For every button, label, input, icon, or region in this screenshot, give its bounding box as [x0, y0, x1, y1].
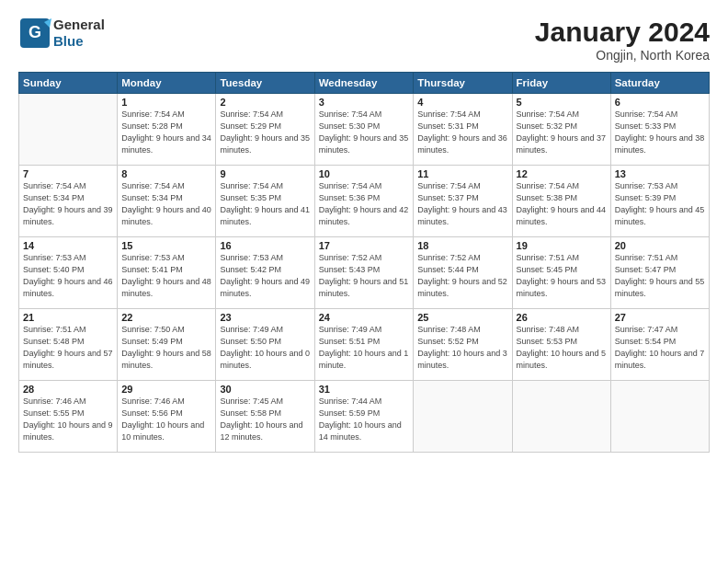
calendar-cell: 21Sunrise: 7:51 AMSunset: 5:48 PMDayligh…	[19, 309, 118, 381]
calendar-cell: 4Sunrise: 7:54 AMSunset: 5:31 PMDaylight…	[414, 94, 512, 166]
calendar-cell: 24Sunrise: 7:49 AMSunset: 5:51 PMDayligh…	[314, 309, 414, 381]
day-number: 15	[121, 240, 211, 251]
logo-blue: Blue	[53, 33, 84, 49]
calendar-week-2: 14Sunrise: 7:53 AMSunset: 5:40 PMDayligh…	[19, 237, 710, 309]
calendar-cell: 29Sunrise: 7:46 AMSunset: 5:56 PMDayligh…	[118, 381, 216, 453]
day-info: Sunrise: 7:54 AMSunset: 5:38 PMDaylight:…	[517, 180, 607, 228]
calendar-cell: 8Sunrise: 7:54 AMSunset: 5:34 PMDaylight…	[118, 166, 216, 237]
day-info: Sunrise: 7:50 AMSunset: 5:49 PMDaylight:…	[121, 324, 211, 372]
calendar-cell: 3Sunrise: 7:54 AMSunset: 5:30 PMDaylight…	[314, 94, 414, 166]
day-info: Sunrise: 7:45 AMSunset: 5:58 PMDaylight:…	[220, 396, 310, 443]
day-info: Sunrise: 7:54 AMSunset: 5:34 PMDaylight:…	[23, 180, 113, 228]
weekday-header-sunday: Sunday	[19, 73, 118, 94]
title-block: January 2024 Ongjin, North Korea	[535, 17, 710, 63]
day-info: Sunrise: 7:49 AMSunset: 5:51 PMDaylight:…	[319, 324, 410, 372]
day-info: Sunrise: 7:44 AMSunset: 5:59 PMDaylight:…	[319, 396, 410, 443]
calendar-cell: 5Sunrise: 7:54 AMSunset: 5:32 PMDaylight…	[512, 94, 610, 166]
calendar-cell: 28Sunrise: 7:46 AMSunset: 5:55 PMDayligh…	[19, 381, 118, 453]
logo: G General Blue	[18, 17, 105, 50]
calendar-cell: 27Sunrise: 7:47 AMSunset: 5:54 PMDayligh…	[610, 309, 709, 381]
page: G General Blue January 2024 Ongjin, Nort…	[0, 0, 728, 563]
day-number: 2	[220, 97, 310, 108]
day-number: 16	[220, 240, 310, 251]
day-info: Sunrise: 7:52 AMSunset: 5:44 PMDaylight:…	[417, 252, 507, 300]
weekday-header-thursday: Thursday	[414, 73, 512, 94]
day-info: Sunrise: 7:49 AMSunset: 5:50 PMDaylight:…	[220, 324, 310, 372]
day-info: Sunrise: 7:54 AMSunset: 5:29 PMDaylight:…	[220, 109, 310, 156]
day-number: 17	[319, 240, 410, 251]
day-info: Sunrise: 7:51 AMSunset: 5:45 PMDaylight:…	[517, 252, 607, 300]
day-info: Sunrise: 7:54 AMSunset: 5:36 PMDaylight:…	[319, 180, 410, 228]
day-number: 18	[417, 240, 507, 251]
day-number: 6	[615, 97, 705, 108]
svg-text:G: G	[28, 23, 41, 41]
day-info: Sunrise: 7:51 AMSunset: 5:48 PMDaylight:…	[23, 324, 113, 372]
calendar-week-1: 7Sunrise: 7:54 AMSunset: 5:34 PMDaylight…	[19, 166, 710, 237]
day-number: 29	[121, 384, 211, 395]
calendar-cell: 13Sunrise: 7:53 AMSunset: 5:39 PMDayligh…	[610, 166, 709, 237]
calendar-cell: 15Sunrise: 7:53 AMSunset: 5:41 PMDayligh…	[118, 237, 216, 309]
day-number: 4	[417, 97, 507, 108]
day-number: 30	[220, 384, 310, 395]
day-number: 13	[615, 168, 705, 179]
day-number: 12	[517, 168, 607, 179]
day-number: 25	[417, 312, 507, 323]
day-number: 21	[23, 312, 113, 323]
calendar-week-3: 21Sunrise: 7:51 AMSunset: 5:48 PMDayligh…	[19, 309, 710, 381]
day-number: 22	[121, 312, 211, 323]
day-info: Sunrise: 7:53 AMSunset: 5:41 PMDaylight:…	[121, 252, 211, 300]
calendar-cell: 18Sunrise: 7:52 AMSunset: 5:44 PMDayligh…	[414, 237, 512, 309]
day-info: Sunrise: 7:54 AMSunset: 5:35 PMDaylight:…	[220, 180, 310, 228]
day-number: 10	[319, 168, 410, 179]
day-info: Sunrise: 7:51 AMSunset: 5:47 PMDaylight:…	[615, 252, 705, 300]
weekday-header-wednesday: Wednesday	[314, 73, 414, 94]
calendar-header: SundayMondayTuesdayWednesdayThursdayFrid…	[19, 73, 710, 94]
day-number: 27	[615, 312, 705, 323]
calendar-week-4: 28Sunrise: 7:46 AMSunset: 5:55 PMDayligh…	[19, 381, 710, 453]
day-info: Sunrise: 7:48 AMSunset: 5:53 PMDaylight:…	[517, 324, 607, 372]
calendar-week-0: 1Sunrise: 7:54 AMSunset: 5:28 PMDaylight…	[19, 94, 710, 166]
calendar-cell: 2Sunrise: 7:54 AMSunset: 5:29 PMDaylight…	[216, 94, 314, 166]
calendar-cell: 17Sunrise: 7:52 AMSunset: 5:43 PMDayligh…	[314, 237, 414, 309]
calendar-table: SundayMondayTuesdayWednesdayThursdayFrid…	[18, 72, 710, 453]
day-info: Sunrise: 7:54 AMSunset: 5:30 PMDaylight:…	[319, 109, 410, 156]
day-number: 1	[121, 97, 211, 108]
day-info: Sunrise: 7:48 AMSunset: 5:52 PMDaylight:…	[417, 324, 507, 372]
day-info: Sunrise: 7:53 AMSunset: 5:39 PMDaylight:…	[615, 180, 705, 228]
calendar-cell	[512, 381, 610, 453]
calendar-cell	[414, 381, 512, 453]
day-info: Sunrise: 7:53 AMSunset: 5:40 PMDaylight:…	[23, 252, 113, 300]
calendar-cell: 19Sunrise: 7:51 AMSunset: 5:45 PMDayligh…	[512, 237, 610, 309]
calendar-cell: 10Sunrise: 7:54 AMSunset: 5:36 PMDayligh…	[314, 166, 414, 237]
weekday-header-monday: Monday	[118, 73, 216, 94]
calendar-cell	[610, 381, 709, 453]
day-number: 31	[319, 384, 410, 395]
day-number: 5	[517, 97, 607, 108]
day-number: 11	[417, 168, 507, 179]
weekday-header-saturday: Saturday	[610, 73, 709, 94]
calendar-cell: 26Sunrise: 7:48 AMSunset: 5:53 PMDayligh…	[512, 309, 610, 381]
weekday-row: SundayMondayTuesdayWednesdayThursdayFrid…	[19, 73, 710, 94]
day-number: 26	[517, 312, 607, 323]
calendar-cell: 31Sunrise: 7:44 AMSunset: 5:59 PMDayligh…	[314, 381, 414, 453]
weekday-header-friday: Friday	[512, 73, 610, 94]
calendar-cell: 1Sunrise: 7:54 AMSunset: 5:28 PMDaylight…	[118, 94, 216, 166]
day-info: Sunrise: 7:54 AMSunset: 5:34 PMDaylight:…	[121, 180, 211, 228]
calendar-cell: 12Sunrise: 7:54 AMSunset: 5:38 PMDayligh…	[512, 166, 610, 237]
day-number: 24	[319, 312, 410, 323]
calendar-cell: 23Sunrise: 7:49 AMSunset: 5:50 PMDayligh…	[216, 309, 314, 381]
logo-icon: G	[18, 17, 51, 50]
day-number: 23	[220, 312, 310, 323]
calendar-cell	[19, 94, 118, 166]
day-info: Sunrise: 7:46 AMSunset: 5:55 PMDaylight:…	[23, 396, 113, 443]
calendar-cell: 7Sunrise: 7:54 AMSunset: 5:34 PMDaylight…	[19, 166, 118, 237]
day-number: 20	[615, 240, 705, 251]
day-number: 8	[121, 168, 211, 179]
day-info: Sunrise: 7:52 AMSunset: 5:43 PMDaylight:…	[319, 252, 410, 300]
calendar-cell: 6Sunrise: 7:54 AMSunset: 5:33 PMDaylight…	[610, 94, 709, 166]
header: G General Blue January 2024 Ongjin, Nort…	[18, 17, 710, 63]
day-number: 28	[23, 384, 113, 395]
logo-general: General	[53, 17, 105, 32]
day-info: Sunrise: 7:54 AMSunset: 5:37 PMDaylight:…	[417, 180, 507, 228]
day-number: 9	[220, 168, 310, 179]
